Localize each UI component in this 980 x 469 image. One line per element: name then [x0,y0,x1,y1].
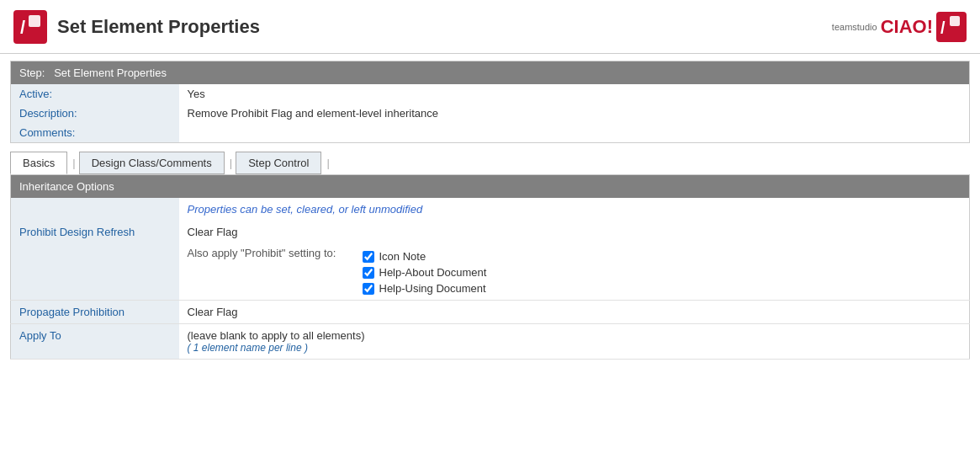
step-info-table: Step: Set Element Properties Active: Yes… [10,61,970,143]
propagate-value: Clear Flag [179,301,970,324]
apply-to-label: Apply To [11,324,179,360]
main-content: Step: Set Element Properties Active: Yes… [0,54,980,366]
tab-step-control[interactable]: Step Control [236,152,321,174]
apply-to-value: (leave blank to apply to all elements) (… [179,324,970,360]
description-value: Remove Prohibit Flag and element-level i… [179,104,970,123]
tab-bar: Basics | Design Class/Comments | Step Co… [10,152,970,174]
icon-note-label: Icon Note [379,250,426,263]
checkbox-help-using[interactable]: Help-Using Document [363,282,487,295]
description-row: Description: Remove Prohibit Flag and el… [11,104,970,123]
comments-label: Comments: [11,123,179,143]
svg-text:/: / [20,17,25,38]
icon-note-checkbox[interactable] [363,251,374,263]
step-value: Set Element Properties [54,67,167,79]
ciao-brand-text: CIAO! [881,16,933,38]
also-apply-label: Also apply "Prohibit" setting to: [188,245,356,259]
checkbox-group: Icon Note Help-About Document Help-Using… [363,250,487,295]
prohibit-design-refresh-row: Prohibit Design Refresh Clear Flag Also … [11,221,970,301]
svg-rect-2 [29,15,40,27]
help-about-checkbox[interactable] [363,267,374,279]
also-apply-section: Also apply "Prohibit" setting to: Icon N… [188,245,961,295]
tab-sep-1: | [69,157,78,169]
comments-row: Comments: [11,123,970,143]
inheritance-header-row: Inheritance Options [11,175,970,199]
brand-area: teamstudio CIAO! / [832,12,967,42]
teamstudio-label: teamstudio [832,22,877,32]
step-header-cell: Step: Set Element Properties [11,61,970,85]
prohibit-label: Prohibit Design Refresh [11,221,179,301]
ciao-logo-icon: / [936,12,967,42]
apply-to-hint: ( 1 element name per line ) [188,342,961,354]
prohibit-value: Clear Flag Also apply "Prohibit" setting… [179,221,970,301]
active-label: Active: [11,84,179,104]
tab-design-class-comments[interactable]: Design Class/Comments [79,152,225,174]
apply-to-row: Apply To (leave blank to apply to all el… [11,324,970,360]
tab-basics[interactable]: Basics [10,152,67,174]
propagate-label: Propagate Prohibition [11,301,179,324]
description-label: Description: [11,104,179,123]
help-using-checkbox[interactable] [363,283,374,295]
inheritance-header-cell: Inheritance Options [11,175,970,199]
apply-to-value-text: (leave blank to apply to all elements) [188,329,961,342]
checkbox-icon-note[interactable]: Icon Note [363,250,487,263]
comments-value [179,123,970,143]
info-text-row: Properties can be set, cleared, or left … [11,198,970,221]
tab-sep-2: | [226,157,236,169]
page-title: Set Element Properties [57,16,260,38]
svg-rect-5 [950,16,960,26]
prohibit-value-text: Clear Flag [188,226,961,238]
step-label: Step: [19,67,45,79]
tab-sep-3: | [323,157,332,169]
app-logo-icon: / [13,10,47,44]
step-header-row: Step: Set Element Properties [11,61,970,85]
checkbox-help-about[interactable]: Help-About Document [363,266,487,279]
inheritance-table: Inheritance Options Properties can be se… [10,174,970,360]
header-left: / Set Element Properties [13,10,260,44]
help-using-label: Help-Using Document [379,282,486,295]
app-header: / Set Element Properties teamstudio CIAO… [0,0,980,54]
active-row: Active: Yes [11,84,970,104]
help-about-label: Help-About Document [379,266,487,279]
active-value: Yes [179,84,970,104]
info-text-label-cell [11,198,179,221]
svg-text:/: / [940,19,946,37]
propagate-prohibition-row: Propagate Prohibition Clear Flag [11,301,970,324]
info-text-cell: Properties can be set, cleared, or left … [179,198,970,221]
